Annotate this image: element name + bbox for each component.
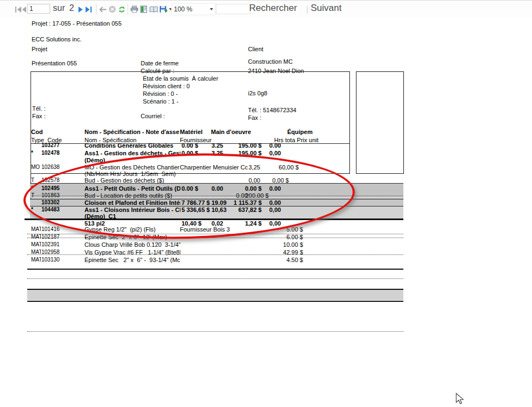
dotted-line — [27, 238, 403, 238]
cell-pricem: 6.00 $ — [267, 234, 303, 240]
find-next-button[interactable]: Suivant — [311, 3, 342, 14]
stop-icon — [108, 5, 116, 13]
find-button[interactable]: Rechercher — [249, 3, 297, 14]
print-button[interactable] — [130, 4, 138, 14]
solid-divider — [27, 301, 403, 302]
cell-type: MAT — [31, 234, 41, 240]
dotted-line — [27, 278, 403, 279]
print-layout-button[interactable] — [140, 4, 147, 14]
cell-name: Conditions Générales Globales — [84, 142, 180, 149]
report-viewer-window: sur 2 — [0, 0, 532, 407]
zoom-value: 100 % — [174, 5, 192, 13]
cell-pricem: 10.00 $ — [267, 241, 303, 248]
next-page-button[interactable] — [78, 4, 83, 14]
gray-bar — [27, 290, 403, 300]
last-page-icon — [85, 7, 92, 13]
previous-page-icon — [21, 7, 27, 13]
page-number-input[interactable] — [27, 4, 50, 14]
report-page: Projet : 17-055 - Présentation 055 ECC S… — [0, 17, 532, 407]
dotted-line — [27, 254, 403, 255]
cell-type: MAT — [31, 257, 41, 263]
back-arrow-icon — [99, 7, 107, 13]
search-input[interactable] — [216, 4, 251, 14]
find-next-separator — [307, 6, 307, 14]
cell-code: 102638 — [41, 164, 71, 170]
solid-divider — [27, 269, 403, 270]
page-setup-icon — [149, 6, 158, 13]
cell-type: MAT — [31, 226, 41, 232]
cell-eq: 0.00 — [269, 142, 293, 149]
page-of-label: sur — [53, 3, 65, 13]
table-row: MAT102958Vis Gypse Vrac #6 FF 1-1/4" (Bt… — [0, 249, 420, 256]
next-page-icon — [78, 7, 83, 13]
toolbar-separator — [96, 4, 96, 15]
zoom-select[interactable]: 100 % — [171, 3, 216, 15]
toolbar-separator — [128, 4, 128, 15]
cell-type: MO — [31, 164, 41, 170]
cell-code: 102187 — [41, 234, 71, 240]
page-layout-icon — [140, 5, 147, 13]
previous-page-button[interactable] — [21, 4, 27, 14]
printer-icon — [130, 5, 138, 13]
cell-type: MAT — [31, 241, 41, 247]
zoom-caret-icon — [210, 8, 213, 10]
cell-code: 102391 — [41, 241, 71, 247]
cell-eq: 0,00 — [269, 150, 293, 156]
stop-button[interactable] — [108, 4, 116, 14]
table-row: 103277Conditions Générales Globales0.00 … — [0, 142, 420, 149]
dotted-line — [27, 331, 403, 332]
cell-code: 102478 — [41, 150, 71, 156]
cell-mo: 195.00 $ — [220, 142, 262, 149]
page-total-label: 2 — [69, 3, 74, 13]
save-export-icon — [159, 5, 167, 13]
cell-code: 103130 — [41, 257, 71, 263]
export-save-button[interactable] — [159, 4, 172, 14]
back-button[interactable] — [99, 4, 107, 14]
cell-type: * — [31, 150, 41, 156]
refresh-icon — [118, 5, 126, 14]
report-toolbar: sur 2 — [0, 0, 532, 17]
table-row: MAT102391Clous Charp Vrillé Bob 0.120 3-… — [0, 241, 420, 248]
cell-name: Clous Charp Vrillé Bob 0.120 3-1/4" — [84, 241, 180, 248]
table-row: MAT103130Épinette Sec 2" x 6" - 93-1/4" … — [0, 257, 420, 264]
cell-name: Épinette Sec 2" x 6" - 93-1/4" (Mc) — [84, 257, 180, 263]
cell-pricem: 4.50 $ — [267, 257, 303, 263]
refresh-button[interactable] — [118, 4, 126, 14]
mouse-cursor — [456, 393, 464, 405]
cell-code: 103277 — [41, 142, 71, 148]
page-setup-button[interactable] — [149, 4, 158, 14]
last-page-button[interactable] — [85, 4, 92, 14]
